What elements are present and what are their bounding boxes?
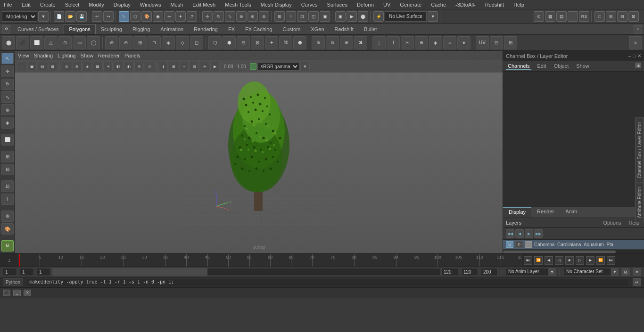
vp-film-gate-btn[interactable]: ▣ — [27, 62, 37, 71]
softmod-btn[interactable]: ◉ — [153, 11, 163, 22]
shelf-bridge[interactable]: ⬢ — [223, 36, 236, 49]
snap-view-btn[interactable]: ◫ — [308, 11, 319, 22]
menu-mesh-display[interactable]: Mesh Display — [259, 2, 294, 8]
vp-dof-btn[interactable]: ◎ — [145, 62, 154, 71]
rotate-tool-btn[interactable]: ↻ — [1, 79, 14, 90]
shelf-delete-edge[interactable]: ✖ — [354, 36, 367, 49]
tab-redshift[interactable]: Redshift — [330, 24, 359, 34]
live-surface-menu-btn[interactable]: ▼ — [428, 11, 438, 22]
shelf-sphere[interactable]: ⬤ — [2, 36, 15, 49]
vp-motion-blur-btn[interactable]: ≋ — [134, 62, 144, 71]
playback-next-key-btn[interactable]: ▶ — [586, 256, 594, 265]
vp-lighting-menu[interactable]: Lighting — [58, 53, 76, 58]
vp-grid-btn[interactable]: ⊞ — [169, 62, 178, 71]
shelf-uv-unfold[interactable]: ⊡ — [490, 36, 503, 49]
playback-step-fwd-btn[interactable]: ⏩ — [596, 256, 605, 265]
anim-layer-btn[interactable]: ⋮ — [568, 11, 578, 22]
vp-show-menu[interactable]: Show — [81, 53, 94, 58]
ipr-render-btn[interactable]: ⬤ — [358, 11, 368, 22]
shelf-cube[interactable]: ⬛ — [16, 36, 29, 49]
soft-select-btn[interactable]: ◈ — [1, 117, 14, 128]
anim-range-bar[interactable] — [52, 268, 440, 276]
tab-rigging[interactable]: Rigging — [127, 24, 155, 34]
channel-box-edge-tab[interactable]: Channel Box / Layer Editor — [635, 118, 644, 183]
tab-xgen[interactable]: XGen — [305, 24, 329, 34]
shelf-plane[interactable]: ▭ — [73, 36, 86, 49]
scale-btn[interactable]: ⤡ — [225, 11, 235, 22]
xray-btn[interactable]: ⊙ — [534, 11, 544, 22]
rotate-btn[interactable]: ↻ — [214, 11, 224, 22]
menu-redshift[interactable]: Redshift — [483, 2, 506, 8]
win-close-btn[interactable]: ✕ — [24, 290, 31, 296]
channel-box-close-btn[interactable]: ✕ — [637, 53, 641, 58]
shelf-triangulate[interactable]: ◇ — [176, 36, 189, 49]
menu-edit-mesh[interactable]: Edit Mesh — [190, 2, 217, 8]
shelf-wedge[interactable]: ⌘ — [279, 36, 292, 49]
layer-v-btn[interactable]: V — [506, 241, 513, 248]
menu-generate[interactable]: Generate — [398, 2, 423, 8]
tab-expand-btn[interactable]: » — [634, 25, 642, 33]
undo-btn[interactable]: ↩ — [92, 11, 102, 22]
win-minimize-btn[interactable]: _ — [13, 290, 21, 296]
paint-select-btn[interactable]: 🎨 — [141, 11, 152, 22]
shelf-extract[interactable]: ⊞ — [133, 36, 147, 49]
scale-tool-btn[interactable]: ⤡ — [1, 91, 14, 103]
shelf-extrude[interactable]: ⬡ — [208, 36, 222, 49]
playback-jump-end-btn[interactable]: ⏭ — [607, 256, 615, 265]
tab-curves-surfaces[interactable]: Curves / Surfaces — [12, 24, 64, 34]
render-current-btn[interactable]: ▶ — [347, 11, 357, 22]
obj-mode-btn[interactable]: ⊟ — [1, 164, 14, 175]
playback-play-back-btn[interactable]: ◁ — [555, 256, 563, 265]
shelf-boolean[interactable]: ⊕ — [415, 36, 428, 49]
python-command-input[interactable]: makeIdentity -apply true -t 1 -r 1 -s 1 … — [26, 278, 630, 286]
vp-wireframe-btn[interactable]: ⊞ — [72, 62, 82, 71]
anim-layer-menu-btn[interactable]: ▼ — [548, 268, 556, 276]
tab-fx-caching[interactable]: FX Caching — [240, 24, 277, 34]
cb-tab-channels[interactable]: Channels — [506, 63, 531, 70]
shelf-torus[interactable]: ⊙ — [58, 36, 72, 49]
char-set-selector[interactable]: No Character Set — [564, 268, 611, 276]
vp-shading-menu[interactable]: Shading — [34, 53, 53, 58]
timeline-ruler[interactable]: 0510152025303540455055606570758085909510… — [19, 254, 521, 267]
menu-file[interactable]: File — [2, 2, 14, 8]
soft-mod-2-btn[interactable]: ⊛ — [248, 11, 258, 22]
shelf-sculpt[interactable]: ♦ — [457, 36, 471, 49]
cb-tab-show[interactable]: Show — [574, 63, 591, 70]
vp-textured-btn[interactable]: ▩ — [93, 62, 102, 71]
shelf-cut-mesh[interactable]: ✂ — [401, 36, 414, 49]
live-surface-btn[interactable]: No Live Surface — [385, 11, 427, 22]
status-bar-options-btn[interactable]: ≡ — [633, 268, 641, 276]
cb-tab-edit[interactable]: Edit — [535, 63, 548, 70]
open-scene-btn[interactable]: 📂 — [65, 11, 75, 22]
char-set-options-btn[interactable]: ⚙ — [621, 268, 630, 276]
layers-options-tab[interactable]: Options — [601, 219, 623, 226]
menu-deform[interactable]: Deform — [355, 2, 376, 8]
layer-next-btn[interactable]: ▶ — [525, 229, 533, 238]
paint-weights-btn[interactable]: 🎨 — [1, 223, 14, 235]
shelf-separate[interactable]: ⊖ — [119, 36, 132, 49]
bt-tab-display[interactable]: Display — [503, 207, 531, 218]
frame-current-1[interactable]: 1 — [3, 268, 17, 276]
vp-heads-up-btn[interactable]: ℹ — [158, 62, 168, 71]
tab-custom[interactable]: Custom — [278, 24, 306, 34]
shelf-disk[interactable]: ◯ — [87, 36, 100, 49]
viewport[interactable]: View Shading Lighting Show Renderer Pane… — [15, 51, 503, 253]
shelf-smooth[interactable]: ◈ — [162, 36, 175, 49]
menu-edit[interactable]: Edit — [20, 2, 33, 8]
menu-display[interactable]: Display — [112, 2, 132, 8]
playback-play-fwd-btn[interactable]: ▷ — [576, 256, 584, 265]
workspace-menu-btn[interactable]: ▼ — [38, 11, 49, 22]
maya-icon[interactable]: M — [1, 240, 14, 251]
display-layer-btn[interactable]: ▦ — [545, 11, 555, 22]
show-manip-btn[interactable]: ⊚ — [259, 11, 269, 22]
vp-transform-handle-btn[interactable]: ✛ — [200, 62, 209, 71]
shelf-poke[interactable]: ✦ — [265, 36, 278, 49]
timeline-playhead[interactable] — [19, 254, 20, 267]
cb-tab-object[interactable]: Object — [552, 63, 570, 70]
component-mode-btn[interactable]: ⊞ — [1, 151, 14, 162]
vp-smooth-btn[interactable]: ◈ — [83, 62, 92, 71]
tab-polygons[interactable]: Polygons — [64, 24, 95, 34]
shelf-fill-hole[interactable]: ⊠ — [251, 36, 264, 49]
channel-box-maximize-btn[interactable]: □ — [633, 53, 636, 58]
layout-3-btn[interactable]: ⊠ — [628, 11, 639, 22]
